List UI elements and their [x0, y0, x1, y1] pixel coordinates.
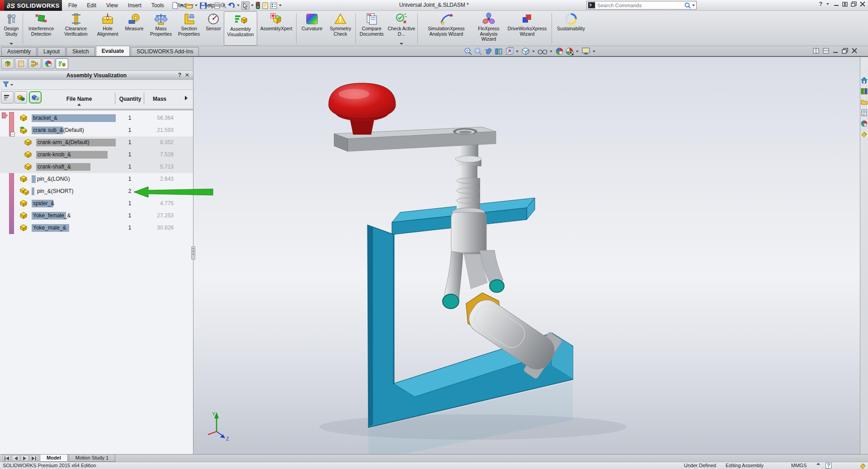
- search-scope-icon[interactable]: [588, 2, 595, 9]
- ribbon-button-section-properties[interactable]: Section Properties: [175, 11, 203, 46]
- restore-button[interactable]: [851, 1, 857, 7]
- appearances-icon[interactable]: [861, 120, 868, 127]
- display-manager-tab[interactable]: [42, 58, 55, 69]
- help-button[interactable]: ?: [819, 1, 822, 7]
- units-dropdown[interactable]: [816, 463, 820, 465]
- section-view-icon[interactable]: [494, 47, 503, 56]
- ribbon-button-design-study[interactable]: Design Study: [1, 11, 22, 46]
- units-label[interactable]: MMGS: [791, 463, 807, 468]
- panel-close-button[interactable]: ✕: [185, 72, 189, 78]
- ribbon-button-measure[interactable]: Measure: [122, 11, 147, 46]
- table-row-crank-sub[interactable]: crank sub_&(Default) 1 21.593 −: [0, 124, 193, 136]
- previous-tab-button[interactable]: [12, 455, 20, 461]
- hide-show-dropdown[interactable]: [550, 51, 552, 52]
- design-library-icon[interactable]: [861, 88, 868, 94]
- ribbon-button-sensor[interactable]: Sensor: [203, 11, 224, 46]
- custom-properties-icon[interactable]: [861, 131, 868, 138]
- ribbon-button-curvature[interactable]: Curvature: [297, 11, 326, 46]
- file-explorer-icon[interactable]: [861, 98, 868, 105]
- panel-help-button[interactable]: ?: [178, 72, 181, 78]
- ribbon-button-interference-detection[interactable]: Interference Detection: [24, 11, 58, 46]
- zoom-to-area-icon[interactable]: [474, 47, 482, 56]
- search-dropdown[interactable]: [692, 5, 695, 6]
- ribbon-button-hole-alignment[interactable]: Hole Alignment: [94, 11, 122, 46]
- graphics-viewport[interactable]: Y Z: [193, 57, 860, 454]
- doc-close-icon[interactable]: [852, 48, 857, 54]
- grouped-view-button[interactable]: [29, 91, 42, 103]
- assembly-visualization-tab[interactable]: [56, 58, 68, 69]
- filter-icon[interactable]: [3, 81, 9, 88]
- doc-minimize-icon[interactable]: [833, 48, 838, 54]
- panel-splitter-handle[interactable]: [191, 246, 195, 260]
- table-row-spider[interactable]: spider_& 1 4.775: [0, 197, 193, 210]
- tag-icon[interactable]: [859, 463, 866, 469]
- last-tab-button[interactable]: [30, 455, 38, 461]
- value-bars-button[interactable]: [1, 91, 14, 103]
- view-orientation-dropdown[interactable]: [516, 51, 519, 52]
- view-palette-icon[interactable]: [861, 109, 868, 116]
- zoom-to-fit-icon[interactable]: [464, 47, 472, 56]
- pin-panes-button[interactable]: [842, 1, 848, 7]
- tab-sketch[interactable]: Sketch: [66, 47, 95, 56]
- flat-view-button[interactable]: [14, 91, 27, 103]
- table-row-crank-arm[interactable]: crank-arm_&(Default) 1 8.352: [0, 136, 193, 149]
- table-row-yoke-male[interactable]: Yoke_male_& 1 30.826: [0, 222, 193, 234]
- display-style-icon[interactable]: [521, 47, 530, 56]
- status-help-icon[interactable]: ?: [826, 463, 831, 469]
- column-separator[interactable]: [115, 93, 115, 104]
- pane-icon[interactable]: [813, 48, 819, 54]
- zoom-to-selection-icon[interactable]: [484, 47, 493, 56]
- tab-evaluate[interactable]: Evaluate: [96, 46, 130, 56]
- feature-manager-tab[interactable]: [1, 58, 14, 69]
- property-manager-tab[interactable]: [15, 58, 28, 69]
- tab-model[interactable]: Model: [40, 455, 68, 462]
- view-settings-icon[interactable]: [581, 47, 590, 56]
- doc-restore-icon[interactable]: [842, 48, 848, 54]
- search-icon[interactable]: [684, 2, 691, 9]
- ribbon-button-clearance-verification[interactable]: Clearance Verification: [58, 11, 94, 46]
- column-header-file-name[interactable]: File Name: [50, 96, 108, 102]
- configuration-manager-tab[interactable]: [28, 58, 41, 69]
- view-settings-dropdown[interactable]: [593, 51, 595, 52]
- search-input[interactable]: [595, 2, 684, 9]
- minimize-button[interactable]: [834, 1, 839, 7]
- tab-solidworks-add-ins[interactable]: SOLIDWORKS Add-Ins: [131, 47, 199, 56]
- edit-appearance-icon[interactable]: [555, 47, 564, 56]
- ribbon-button-simulationxpress[interactable]: SimulationXpress Analysis Wizard: [419, 11, 474, 46]
- pane-split-icon[interactable]: [823, 48, 829, 54]
- check-active-dropdown[interactable]: [400, 43, 403, 45]
- ribbon-button-floxpress[interactable]: FloXpress Analysis Wizard: [474, 11, 504, 46]
- design-study-dropdown[interactable]: [9, 43, 13, 45]
- ribbon-button-assemblyxpert[interactable]: AssemblyXpert: [257, 11, 295, 46]
- first-tab-button[interactable]: [3, 455, 11, 461]
- collapse-expander[interactable]: −: [10, 132, 15, 136]
- ribbon-button-driveworksxpress[interactable]: DriveWorksXpress Wizard: [504, 11, 551, 46]
- tab-motion-study-1[interactable]: Motion Study 1: [69, 455, 115, 462]
- apply-scene-dropdown[interactable]: [576, 51, 579, 52]
- ribbon-button-sustainability[interactable]: Sustainability: [553, 11, 589, 46]
- table-row-pin-long[interactable]: pin_&(LONG) 1 2.643: [0, 173, 193, 185]
- tab-layout[interactable]: Layout: [38, 47, 66, 56]
- ribbon-button-assembly-visualization[interactable]: Assembly Visualization: [224, 11, 257, 46]
- close-icon[interactable]: [860, 1, 865, 7]
- help-dropdown[interactable]: [826, 3, 829, 5]
- filter-dropdown[interactable]: [10, 84, 13, 86]
- column-header-quantity[interactable]: Quantity: [116, 96, 145, 102]
- hide-show-items-icon[interactable]: [538, 47, 547, 56]
- column-header-mass[interactable]: Mass: [145, 96, 175, 102]
- ribbon-button-compare-documents[interactable]: Compare Documents: [357, 11, 387, 46]
- view-orientation-icon[interactable]: [505, 47, 514, 56]
- ribbon-button-check-active-document[interactable]: Check Active D...: [387, 11, 416, 46]
- ribbon-button-mass-properties[interactable]: Mass Properties: [147, 11, 175, 46]
- table-row-crank-knob[interactable]: crank-knob_& 1 7.528: [0, 149, 193, 161]
- apply-scene-icon[interactable]: [565, 47, 574, 56]
- more-columns-arrow[interactable]: [185, 96, 188, 100]
- model-universal-joint[interactable]: Y Z: [193, 57, 860, 454]
- tab-assembly[interactable]: Assembly: [1, 47, 37, 56]
- display-style-dropdown[interactable]: [532, 51, 535, 52]
- ribbon-button-symmetry-check[interactable]: Symmetry Check: [326, 11, 354, 46]
- table-row-yoke-female[interactable]: Yoke_female_& 1 27.253: [0, 210, 193, 222]
- solidworks-resources-icon[interactable]: [861, 77, 868, 84]
- table-row-bracket[interactable]: bracket_& 1 56.364: [0, 112, 193, 124]
- column-separator[interactable]: [144, 93, 144, 104]
